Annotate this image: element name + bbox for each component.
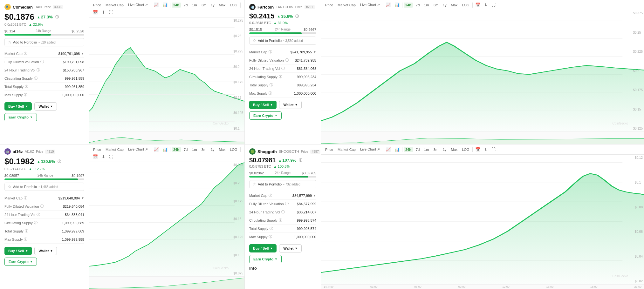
fartcoin-market-cap-tab[interactable]: Market Cap bbox=[336, 3, 357, 8]
chart-icon-5[interactable]: 📈 bbox=[384, 2, 392, 8]
shoggoth-btn-24h[interactable]: 24h bbox=[404, 147, 413, 152]
shoggoth-wallet-btn[interactable]: Wallet ▼ bbox=[279, 244, 302, 252]
shoggoth-price: $0.07981 bbox=[249, 157, 276, 164]
ai16z-btn-24h[interactable]: 24h bbox=[172, 147, 181, 152]
shoggoth-add-portfolio[interactable]: ☆ Add to Portfolio • 732 added bbox=[249, 180, 316, 188]
shoggoth-btn-3m[interactable]: 3m bbox=[432, 147, 440, 152]
fartcoin-logo: 💨 bbox=[249, 4, 256, 10]
btn-3m[interactable]: 3m bbox=[200, 3, 208, 8]
fartcoin-btn-1m[interactable]: 1m bbox=[422, 3, 430, 8]
chart-icon-1[interactable]: 📈 bbox=[152, 2, 160, 8]
ai16z-earn-btn[interactable]: Earn Crypto ▼ bbox=[4, 258, 37, 266]
shoggoth-btn-log[interactable]: LOG bbox=[460, 147, 471, 152]
fartcoin-btn-log[interactable]: LOG bbox=[460, 3, 471, 8]
shoggoth-market-cap-tab[interactable]: Market Cap bbox=[336, 147, 357, 152]
calendar-icon-3[interactable]: 📅 bbox=[474, 2, 482, 8]
comedian-chart-toolbar: Price Market Cap Live Chart ↗ 📈 📊 24h 7d… bbox=[89, 0, 244, 17]
comedian-chart: $0.275$0.25$0.225$0.2$0.175$0.15$0.125$0… bbox=[89, 17, 244, 131]
chart-icon-4[interactable]: 📊 bbox=[161, 146, 169, 152]
btn-7d[interactable]: 7d bbox=[182, 3, 189, 8]
comedian-earn-btn[interactable]: Earn Crypto ▼ bbox=[4, 113, 37, 121]
fartcoin-btn-7d[interactable]: 7d bbox=[414, 3, 421, 8]
shoggoth-btn-1m[interactable]: 1m bbox=[422, 147, 430, 152]
fartcoin-btn-3m[interactable]: 3m bbox=[432, 3, 440, 8]
btn-max[interactable]: Max bbox=[217, 3, 227, 8]
chart-icon-3[interactable]: 📈 bbox=[152, 146, 160, 152]
shoggoth-buy-sell-btn[interactable]: Buy / Sell ▼ bbox=[249, 244, 277, 252]
ai16z-wallet-btn[interactable]: Wallet ▼ bbox=[34, 247, 57, 255]
fartcoin-wallet-btn[interactable]: Wallet ▼ bbox=[279, 101, 302, 109]
shoggoth-live-chart-tab[interactable]: Live Chart ↗ bbox=[359, 147, 381, 152]
fartcoin-btn-max[interactable]: Max bbox=[449, 3, 459, 8]
ai16z-btn-1m[interactable]: 1m bbox=[190, 147, 198, 152]
fartcoin-live-chart-tab[interactable]: Live Chart ↗ bbox=[359, 2, 381, 8]
btn-log[interactable]: LOG bbox=[228, 3, 239, 8]
market-cap-tab[interactable]: Market Cap bbox=[104, 3, 125, 8]
ai16z-logo: 🤖 bbox=[4, 148, 11, 155]
fartcoin-price-tab[interactable]: Price bbox=[324, 3, 335, 8]
fartcoin-add-portfolio[interactable]: ☆ Add to Portfolio • 3,560 added bbox=[249, 37, 316, 45]
calendar-icon-2[interactable]: 📅 bbox=[92, 154, 99, 160]
download-icon-4[interactable]: ⬇ bbox=[483, 146, 489, 152]
shoggoth-btn-max[interactable]: Max bbox=[449, 147, 459, 152]
fartcoin-info-icon[interactable]: ⓘ bbox=[295, 14, 299, 19]
ai16z-market-cap-tab[interactable]: Market Cap bbox=[104, 147, 125, 152]
shoggoth-info-icon[interactable]: ⓘ bbox=[299, 158, 302, 163]
ai16z-btn-log[interactable]: LOG bbox=[228, 147, 239, 152]
price-tab[interactable]: Price bbox=[92, 3, 103, 8]
ai16z-price-tab[interactable]: Price bbox=[92, 147, 103, 152]
comedian-add-portfolio[interactable]: ☆ Add to Portfolio • 829 added bbox=[4, 38, 84, 46]
calendar-icon-4[interactable]: 📅 bbox=[474, 146, 482, 152]
chart-icon-8[interactable]: 📊 bbox=[393, 146, 401, 152]
shoggoth-btn-7d[interactable]: 7d bbox=[414, 147, 421, 152]
comedian-rank: #336 bbox=[53, 5, 63, 9]
ai16z-mini-chart bbox=[89, 276, 244, 289]
ai16z-chart-area: Price Market Cap Live Chart ↗ 📈 📊 24h 7d… bbox=[89, 144, 244, 289]
ai16z-btn-max[interactable]: Max bbox=[217, 147, 227, 152]
sep2 bbox=[170, 147, 170, 152]
fartcoin-earn-btn[interactable]: Earn Crypto ▼ bbox=[249, 111, 282, 120]
shoggoth-chart: $0.12$0.1$0.08$0.06$0.04$0.02 CoinGecko bbox=[321, 155, 644, 284]
expand-icon-4[interactable]: ⛶ bbox=[490, 146, 497, 152]
live-chart-tab[interactable]: Live Chart ↗ bbox=[127, 2, 149, 8]
chart-icon-2[interactable]: 📊 bbox=[161, 2, 169, 8]
comedian-buy-sell-btn[interactable]: Buy / Sell ▼ bbox=[4, 102, 32, 111]
download-icon-2[interactable]: ⬇ bbox=[100, 154, 106, 160]
expand-icon-2[interactable]: ⛶ bbox=[108, 154, 114, 160]
shoggoth-price-tab[interactable]: Price bbox=[324, 147, 335, 152]
fartcoin-symbol: FARTCOIN bbox=[276, 5, 293, 9]
fartcoin-chart: $0.375$0.25$0.225$0.2$0.175$0.15$0.125 C… bbox=[321, 10, 644, 131]
expand-icon-3[interactable]: ⛶ bbox=[490, 2, 497, 8]
ai16z-btn-3m[interactable]: 3m bbox=[200, 147, 208, 152]
fartcoin-btn-1y[interactable]: 1y bbox=[441, 3, 448, 8]
fartcoin-btn-24h[interactable]: 24h bbox=[404, 3, 413, 8]
comedian-info-icon[interactable]: ⓘ bbox=[55, 15, 59, 19]
chart-icon-7[interactable]: 📈 bbox=[384, 146, 392, 152]
download-icon-3[interactable]: ⬇ bbox=[483, 2, 489, 8]
shoggoth-earn-btn[interactable]: Earn Crypto ▼ bbox=[249, 255, 282, 263]
fartcoin-mini-chart bbox=[321, 131, 644, 144]
ai16z-metrics: Market Cap ⓘ $219,640,084 ▼ Fully Dilute… bbox=[4, 194, 84, 244]
fartcoin-buy-sell-btn[interactable]: Buy / Sell ▼ bbox=[249, 101, 277, 109]
download-icon[interactable]: ⬇ bbox=[100, 9, 106, 15]
ai16z-buy-sell-btn[interactable]: Buy / Sell ▼ bbox=[4, 247, 32, 255]
shoggoth-info: 🟢 Shoggoth SHOGGOTH Price #597 $0.07981 … bbox=[245, 144, 321, 289]
ai16z-chart-toolbar: Price Market Cap Live Chart ↗ 📈 📊 24h 7d… bbox=[89, 144, 244, 162]
ai16z-btn-1y[interactable]: 1y bbox=[209, 147, 216, 152]
fartcoin-actions: Buy / Sell ▼ Wallet ▼ Earn Crypto ▼ bbox=[249, 101, 316, 120]
comedian-wallet-btn[interactable]: Wallet ▼ bbox=[34, 102, 57, 111]
ai16z-info-icon[interactable]: ⓘ bbox=[58, 159, 61, 164]
ai16z-live-chart-tab[interactable]: Live Chart ↗ bbox=[127, 147, 149, 152]
chart-icon-6[interactable]: 📊 bbox=[393, 2, 401, 8]
btn-1y[interactable]: 1y bbox=[209, 3, 216, 8]
shoggoth-btn-1y[interactable]: 1y bbox=[441, 147, 448, 152]
ai16z-add-portfolio[interactable]: ☆ Add to Portfolio • 1,463 added bbox=[4, 183, 84, 191]
shoggoth-logo: 🟢 bbox=[249, 148, 256, 155]
btn-1m[interactable]: 1m bbox=[190, 3, 198, 8]
star-icon: ☆ bbox=[8, 40, 11, 44]
calendar-icon[interactable]: 📅 bbox=[92, 9, 99, 15]
btn-24h[interactable]: 24h bbox=[172, 3, 181, 8]
comedian-chart-area: Price Market Cap Live Chart ↗ 📈 📊 24h 7d… bbox=[89, 0, 244, 144]
ai16z-btn-7d[interactable]: 7d bbox=[182, 147, 189, 152]
expand-icon[interactable]: ⛶ bbox=[108, 9, 114, 15]
